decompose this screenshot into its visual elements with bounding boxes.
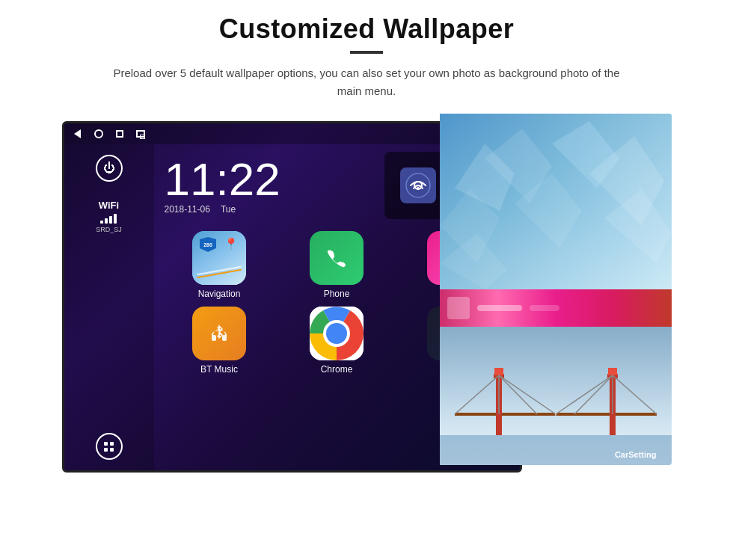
- power-button[interactable]: ⏻: [96, 155, 123, 182]
- sidebar: ⏻ WiFi SRD_SJ: [64, 144, 154, 470]
- clock-date: 2018-11-06 Tue: [165, 204, 236, 215]
- wallpaper-previews: CarSetting: [440, 114, 672, 465]
- clock-display: 11:22 2018-11-06 Tue: [165, 156, 280, 215]
- svg-line-53: [499, 375, 556, 414]
- app-bt-music[interactable]: BT Music: [165, 307, 275, 375]
- svg-line-54: [613, 375, 657, 414]
- wifi-bars: [96, 213, 122, 224]
- nav-home-icon[interactable]: [93, 128, 105, 140]
- power-icon: ⏻: [103, 161, 115, 175]
- svg-rect-46: [494, 368, 503, 375]
- wifi-label: WiFi: [96, 200, 122, 211]
- svg-line-52: [499, 375, 537, 414]
- app-navigation[interactable]: 280 📍 Navigation: [165, 231, 275, 299]
- wallpaper-bridge[interactable]: CarSetting: [440, 327, 672, 465]
- page-title: Customized Wallpaper: [219, 13, 515, 45]
- nav-buttons: [72, 128, 147, 140]
- nav-pin: 📍: [224, 237, 239, 251]
- device-mockup: 📍 11:22 ⏻: [62, 114, 672, 480]
- chrome-app-label: Chrome: [321, 364, 353, 375]
- page-subtitle: Preload over 5 default wallpaper options…: [112, 64, 621, 100]
- wifi-widget-icon: [400, 167, 436, 203]
- app-phone[interactable]: Phone: [282, 231, 392, 299]
- nav-recent-icon[interactable]: [114, 128, 126, 140]
- clock-time: 11:22: [165, 156, 280, 203]
- svg-rect-49: [608, 368, 617, 375]
- chrome-app-icon: [310, 307, 364, 360]
- wallpaper-ice[interactable]: [440, 114, 672, 289]
- wifi-section: WiFi SRD_SJ: [96, 200, 122, 233]
- svg-point-2: [417, 187, 420, 190]
- nav-screenshot-icon[interactable]: [135, 128, 147, 140]
- title-divider: [350, 51, 383, 54]
- bt-app-icon: [192, 307, 246, 360]
- apps-button[interactable]: [96, 433, 123, 460]
- bt-app-label: BT Music: [200, 364, 238, 375]
- wallpaper-abstract[interactable]: [440, 289, 672, 327]
- app-chrome[interactable]: Chrome: [282, 307, 392, 375]
- nav-app-icon: 280 📍: [192, 231, 246, 285]
- phone-app-icon: [310, 231, 364, 285]
- svg-line-57: [556, 375, 613, 414]
- svg-line-56: [574, 375, 613, 414]
- phone-app-label: Phone: [324, 289, 350, 299]
- nav-app-label: Navigation: [198, 289, 241, 299]
- carsetting-label: CarSetting: [615, 450, 657, 459]
- svg-point-10: [326, 323, 347, 344]
- wifi-ssid: SRD_SJ: [96, 226, 122, 233]
- nav-back-icon[interactable]: [72, 128, 84, 140]
- grid-icon: [104, 442, 114, 452]
- svg-line-50: [455, 375, 499, 414]
